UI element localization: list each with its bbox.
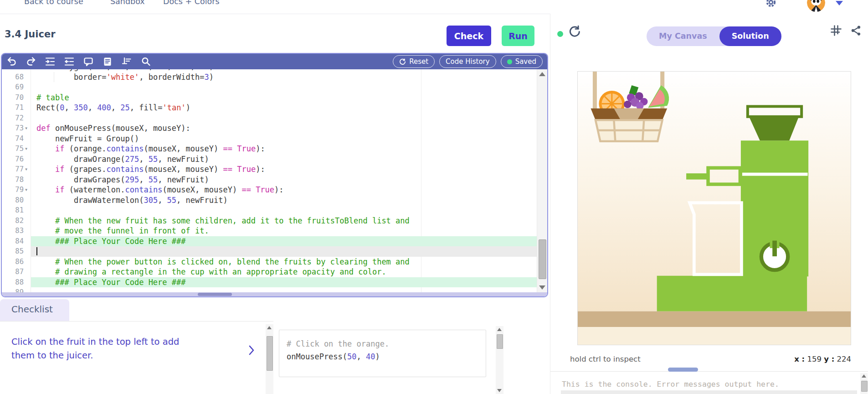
scroll-up-icon[interactable] xyxy=(539,72,545,76)
share-icon[interactable] xyxy=(850,25,862,36)
scroll-down-icon[interactable] xyxy=(539,285,545,290)
table xyxy=(578,311,851,327)
fold-caret-icon[interactable]: ▾ xyxy=(25,123,28,134)
undo-icon[interactable] xyxy=(6,56,17,67)
tab-solution[interactable]: Solution xyxy=(719,26,781,46)
nav-sandbox[interactable]: Sandbox xyxy=(110,0,145,6)
page-title: 3.4 Juicer xyxy=(5,29,56,40)
top-nav: Back to course Sandbox Docs + Colors xyxy=(0,0,868,14)
editor-hscroll-thumb[interactable] xyxy=(198,293,232,296)
search-icon[interactable] xyxy=(140,56,151,67)
scroll-down-icon[interactable] xyxy=(497,389,502,392)
y-label: y : xyxy=(824,355,834,363)
run-button[interactable]: Run xyxy=(502,26,534,46)
code-area[interactable]: Polygon(230, 30, 310, 30, 295, 85,68 bor… xyxy=(2,69,547,292)
code-row[interactable]: 77▾ if (grapes.contains(mouseX, mouseY) … xyxy=(2,164,547,175)
splitter-handle[interactable] xyxy=(668,368,698,372)
comment-icon[interactable] xyxy=(83,56,94,67)
checklist-tab-label: Checklist xyxy=(11,304,53,315)
editor-horizontal-scrollbar[interactable] xyxy=(2,292,547,296)
grid-icon[interactable] xyxy=(830,24,842,37)
y-value: 224 xyxy=(837,355,852,363)
inspect-hint: hold ctrl to inspect xyxy=(570,355,641,363)
tab-my-canvas[interactable]: My Canvas xyxy=(647,26,719,46)
code-row[interactable]: 76 drawOrange(275, 55, newFruit) xyxy=(2,154,547,165)
code-history-button[interactable]: Code History xyxy=(439,55,496,68)
program-canvas[interactable] xyxy=(577,71,851,345)
checklist-scrollbar[interactable] xyxy=(266,324,273,394)
refresh-icon[interactable] xyxy=(568,25,581,38)
console-scrollbar[interactable] xyxy=(860,373,868,394)
run-status-dot xyxy=(557,31,563,37)
basket-body xyxy=(596,120,663,141)
code-row[interactable]: 83 # move the funnel in front of it. xyxy=(2,226,547,236)
nav-docs-colors[interactable]: Docs + Colors xyxy=(163,0,220,6)
code-row[interactable]: 71Rect(0, 350, 400, 25, fill='tan') xyxy=(2,103,547,113)
code-row[interactable]: 80 drawWatermelon(305, 55, newFruit) xyxy=(2,195,547,206)
scroll-up-icon[interactable] xyxy=(862,374,866,378)
account-caret-icon[interactable] xyxy=(836,1,843,5)
snippet-panel: # Click on the orange.onMousePress(50, 4… xyxy=(273,319,549,394)
code-row[interactable]: 69 xyxy=(2,82,547,93)
code-row[interactable]: 79▾ if (watermelon.contains(mouseX, mous… xyxy=(2,185,547,195)
checklist-tab[interactable]: Checklist xyxy=(0,299,69,321)
code-row[interactable]: 68 border='white', borderWidth=3) xyxy=(2,72,547,83)
code-row[interactable]: 84 ### Place Your Code Here ### xyxy=(2,236,547,247)
checklist-scroll-thumb[interactable] xyxy=(267,336,273,371)
snippet-scrollbar[interactable] xyxy=(496,326,503,394)
code-editor: Reset Code History Saved Polygon(230, 30… xyxy=(1,53,548,297)
code-row[interactable]: 81 xyxy=(2,205,547,216)
console-text: This is the console. Error messages outp… xyxy=(562,380,779,389)
code-row[interactable]: 70# table xyxy=(2,93,547,103)
text-cursor xyxy=(36,247,37,255)
code-row[interactable]: 82 # When the new fruit has some childre… xyxy=(2,216,547,226)
code-row[interactable]: 73▾def onMousePress(mouseX, mouseY): xyxy=(2,123,547,134)
basket-handle-left xyxy=(593,72,597,111)
scroll-up-icon[interactable] xyxy=(267,326,272,329)
editor-vscroll-thumb[interactable] xyxy=(539,239,546,279)
power-button[interactable] xyxy=(761,241,788,270)
reset-label: Reset xyxy=(409,57,428,66)
code-row[interactable]: 75▾ if (orange.contains(mouseX, mouseY) … xyxy=(2,144,547,154)
juicer-body-stripe xyxy=(742,173,808,176)
fold-caret-icon[interactable]: ▾ xyxy=(25,185,28,195)
outdent-icon[interactable] xyxy=(64,56,75,67)
log-icon[interactable] xyxy=(102,56,113,67)
chevron-right-icon[interactable] xyxy=(249,345,254,355)
user-avatar[interactable] xyxy=(807,0,825,12)
code-row[interactable]: 72 xyxy=(2,113,547,124)
console-scroll-thumb[interactable] xyxy=(861,381,868,392)
check-button[interactable]: Check xyxy=(447,26,491,46)
snippet-scroll-thumb[interactable] xyxy=(497,334,503,349)
indent-icon[interactable] xyxy=(45,56,56,67)
juicer-base xyxy=(657,276,807,311)
x-label: x : xyxy=(794,355,805,363)
console-input-bar[interactable] xyxy=(561,390,857,394)
code-row[interactable]: 74 newFruit = Group() xyxy=(2,134,547,144)
editor-vertical-scrollbar[interactable] xyxy=(537,69,547,292)
code-row[interactable]: 89 xyxy=(2,287,547,292)
redo-icon[interactable] xyxy=(26,56,36,67)
code-row[interactable]: 85 xyxy=(2,246,547,257)
fold-caret-icon[interactable]: ▾ xyxy=(25,164,28,175)
reset-button[interactable]: Reset xyxy=(393,55,435,68)
code-row[interactable]: 88 ### Place Your Code Here ### xyxy=(2,277,547,288)
console: This is the console. Error messages outp… xyxy=(550,372,868,394)
code-lines: Polygon(230, 30, 310, 30, 295, 85,68 bor… xyxy=(2,69,547,292)
code-row[interactable]: 86 # When the power button is clicked on… xyxy=(2,257,547,267)
nav-back-to-course[interactable]: Back to course xyxy=(24,0,83,6)
floor xyxy=(578,327,851,345)
settings-gear-icon[interactable] xyxy=(765,0,777,10)
saved-status[interactable]: Saved xyxy=(501,55,543,68)
checklist-item[interactable]: Click on the fruit in the top left to ad… xyxy=(11,335,194,363)
scroll-up-icon[interactable] xyxy=(497,328,502,331)
mouse-coordinates: x : 159 y : 224 xyxy=(794,355,851,363)
saved-dot-icon xyxy=(507,59,512,64)
code-row[interactable]: 87 # drawing a rectangle in the cup with… xyxy=(2,267,547,277)
fold-caret-icon[interactable]: ▾ xyxy=(25,144,28,154)
canvas-solution-toggle: My Canvas Solution xyxy=(647,26,781,46)
reset-icon xyxy=(399,58,406,65)
format-icon[interactable] xyxy=(121,56,132,67)
code-row[interactable]: 78 drawGrapes(295, 55, newFruit) xyxy=(2,175,547,185)
checklist-panel: Click on the fruit in the top left to ad… xyxy=(0,321,273,394)
